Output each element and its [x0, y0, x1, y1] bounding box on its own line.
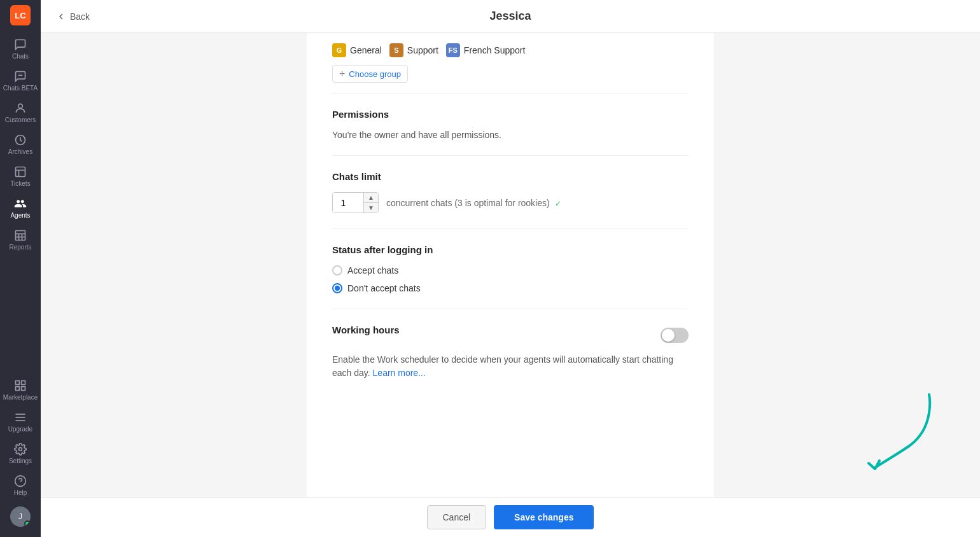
sidebar: LC Chats Chats BETA Customers Archives T… — [0, 0, 41, 537]
sidebar-item-help[interactable]: Help — [0, 470, 41, 501]
sidebar-item-archives-label: Archives — [8, 148, 32, 155]
working-hours-section: Working hours Enable the Work scheduler … — [332, 309, 689, 395]
sidebar-item-settings[interactable]: Settings — [0, 438, 41, 470]
svg-rect-13 — [16, 387, 20, 391]
back-button[interactable]: Back — [56, 11, 90, 22]
group-badge-french-support: FS French Support — [446, 43, 526, 57]
chats-limit-row: ▲ ▼ concurrent chats (3 is optimal for r… — [332, 192, 689, 213]
page-header: Back Jessica — [41, 0, 980, 33]
avatar[interactable]: J — [10, 506, 31, 527]
content-inner: G General S Support FS French Support + … — [307, 33, 714, 497]
group-badge-support: S Support — [389, 43, 438, 57]
status-option-dont-accept[interactable]: Don't accept chats — [332, 283, 689, 293]
chats-limit-hint-text: concurrent chats (3 is optimal for rooki… — [386, 198, 550, 208]
sidebar-item-help-label: Help — [14, 489, 27, 496]
working-hours-toggle[interactable] — [661, 328, 689, 343]
chats-limit-spinners: ▲ ▼ — [363, 193, 378, 213]
group-name-general: General — [350, 45, 382, 55]
choose-group-label: Choose group — [349, 69, 401, 79]
svg-rect-6 — [16, 231, 25, 241]
sidebar-item-upgrade[interactable]: Upgrade — [0, 406, 41, 438]
back-arrow-icon — [56, 11, 66, 22]
sidebar-item-chats-label: Chats — [12, 53, 29, 60]
groups-section: G General S Support FS French Support + … — [332, 33, 689, 94]
online-status-dot — [24, 520, 31, 527]
chats-limit-input[interactable] — [333, 193, 363, 213]
sidebar-item-chats[interactable]: Chats — [0, 33, 41, 65]
toggle-knob — [662, 329, 675, 342]
sidebar-item-archives[interactable]: Archives — [0, 129, 41, 160]
status-title: Status after logging in — [332, 244, 689, 255]
learn-more-link[interactable]: Learn more... — [373, 368, 426, 378]
sidebar-item-chats-beta-label: Chats BETA — [3, 85, 38, 92]
plus-icon: + — [339, 68, 345, 80]
sidebar-item-agents-label: Agents — [10, 212, 30, 219]
checkmark-icon: ✓ — [555, 199, 561, 208]
radio-accept — [332, 265, 342, 275]
sidebar-item-reports-label: Reports — [9, 244, 31, 251]
chats-limit-section: Chats limit ▲ ▼ concurrent chats (3 is o… — [332, 156, 689, 229]
chats-limit-decrement[interactable]: ▼ — [364, 203, 378, 213]
svg-rect-12 — [22, 381, 25, 385]
chats-limit-increment[interactable]: ▲ — [364, 193, 378, 202]
sidebar-item-tickets[interactable]: Tickets — [0, 160, 41, 192]
back-label: Back — [70, 11, 90, 22]
radio-dont-accept — [332, 283, 342, 293]
permissions-title: Permissions — [332, 109, 689, 120]
svg-rect-11 — [16, 381, 20, 385]
group-icon-general: G — [332, 43, 346, 57]
content-area: G General S Support FS French Support + … — [41, 33, 980, 497]
group-badge-general: G General — [332, 43, 382, 57]
app-logo: LC — [10, 5, 31, 25]
sidebar-item-customers[interactable]: Customers — [0, 97, 41, 129]
main-area: Back Jessica G General S Support FS — [41, 0, 980, 537]
permissions-text: You're the owner and have all permission… — [332, 130, 689, 140]
group-icon-support: S — [389, 43, 403, 57]
sidebar-item-upgrade-label: Upgrade — [8, 426, 32, 433]
svg-point-1 — [18, 104, 23, 108]
status-radio-group: Accept chats Don't accept chats — [332, 265, 689, 293]
status-accept-label: Accept chats — [347, 265, 398, 275]
svg-rect-14 — [22, 387, 25, 391]
working-hours-desc: Enable the Work scheduler to decide when… — [332, 353, 689, 380]
svg-point-18 — [19, 448, 22, 451]
chats-limit-hint: concurrent chats (3 is optimal for rooki… — [386, 198, 561, 208]
chats-limit-input-wrap: ▲ ▼ — [332, 192, 379, 213]
save-changes-button[interactable]: Save changes — [494, 505, 594, 529]
working-hours-header: Working hours — [332, 324, 689, 345]
page-title: Jessica — [489, 10, 531, 23]
working-hours-title: Working hours — [332, 324, 400, 335]
sidebar-item-chats-beta[interactable]: Chats BETA — [0, 65, 41, 97]
sidebar-item-marketplace[interactable]: Marketplace — [0, 374, 41, 406]
status-dont-accept-label: Don't accept chats — [347, 283, 421, 293]
group-icon-french-support: FS — [446, 43, 460, 57]
status-section: Status after logging in Accept chats Don… — [332, 229, 689, 309]
sidebar-item-marketplace-label: Marketplace — [3, 394, 38, 401]
choose-group-button[interactable]: + Choose group — [332, 65, 408, 83]
footer: Cancel Save changes — [41, 497, 980, 537]
sidebar-item-agents[interactable]: Agents — [0, 192, 41, 224]
sidebar-item-reports[interactable]: Reports — [0, 224, 41, 256]
svg-rect-3 — [16, 167, 25, 177]
footer-wrap: Cancel Save changes — [41, 497, 980, 537]
group-name-french-support: French Support — [464, 45, 526, 55]
status-option-accept[interactable]: Accept chats — [332, 265, 689, 275]
chats-limit-title: Chats limit — [332, 171, 689, 182]
sidebar-item-customers-label: Customers — [5, 116, 36, 123]
group-name-support: Support — [407, 45, 438, 55]
permissions-section: Permissions You're the owner and have al… — [332, 94, 689, 156]
cancel-button[interactable]: Cancel — [427, 505, 487, 529]
sidebar-item-tickets-label: Tickets — [10, 180, 30, 187]
group-badges-list: G General S Support FS French Support — [332, 43, 689, 57]
sidebar-item-settings-label: Settings — [9, 457, 32, 464]
